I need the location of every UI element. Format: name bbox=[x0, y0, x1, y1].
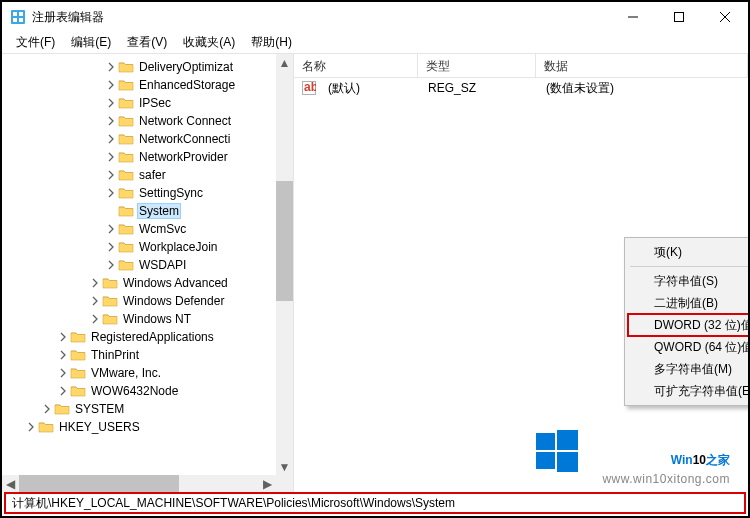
tree-item-label: RegisteredApplications bbox=[89, 330, 216, 344]
svg-rect-13 bbox=[536, 452, 555, 469]
tree-item[interactable]: VMware, Inc. bbox=[2, 364, 293, 382]
tree-item[interactable]: EnhancedStorage bbox=[2, 76, 293, 94]
expand-icon[interactable] bbox=[104, 186, 118, 200]
windows-logo-icon bbox=[536, 430, 578, 472]
tree-item-label: Windows Advanced bbox=[121, 276, 230, 290]
tree-item-label: Network Connect bbox=[137, 114, 233, 128]
column-data[interactable]: 数据 bbox=[536, 54, 748, 77]
tree-pane: DeliveryOptimizatEnhancedStorageIPSecNet… bbox=[2, 54, 294, 492]
tree-item[interactable]: WorkplaceJoin bbox=[2, 238, 293, 256]
scroll-right-button[interactable]: ▶ bbox=[259, 475, 276, 492]
string-value-icon: ab bbox=[302, 81, 316, 95]
tree-item[interactable]: WOW6432Node bbox=[2, 382, 293, 400]
tree-item-label: SettingSync bbox=[137, 186, 205, 200]
expand-icon[interactable] bbox=[104, 96, 118, 110]
cell-data: (数值未设置) bbox=[538, 80, 622, 97]
titlebar: 注册表编辑器 bbox=[2, 2, 748, 32]
ctx-new-key[interactable]: 项(K) bbox=[628, 241, 750, 263]
menu-file[interactable]: 文件(F) bbox=[8, 32, 63, 53]
ctx-new-expandstring[interactable]: 可扩充字符串值(E) bbox=[628, 380, 750, 402]
scroll-left-button[interactable]: ◀ bbox=[2, 475, 19, 492]
tree-item-label: WSDAPI bbox=[137, 258, 188, 272]
tree-item-label: HKEY_USERS bbox=[57, 420, 142, 434]
tree-item[interactable]: NetworkProvider bbox=[2, 148, 293, 166]
expand-icon[interactable] bbox=[104, 240, 118, 254]
list-header: 名称 类型 数据 bbox=[294, 54, 748, 78]
registry-tree[interactable]: DeliveryOptimizatEnhancedStorageIPSecNet… bbox=[2, 54, 293, 436]
tree-item-label: VMware, Inc. bbox=[89, 366, 163, 380]
tree-item-label: SYSTEM bbox=[73, 402, 126, 416]
ctx-separator bbox=[630, 266, 750, 267]
column-name[interactable]: 名称 bbox=[294, 54, 418, 77]
menu-view[interactable]: 查看(V) bbox=[119, 32, 175, 53]
tree-item[interactable]: NetworkConnecti bbox=[2, 130, 293, 148]
maximize-button[interactable] bbox=[656, 2, 702, 32]
svg-rect-4 bbox=[19, 18, 23, 22]
expand-icon[interactable] bbox=[56, 384, 70, 398]
tree-item[interactable]: System bbox=[2, 202, 293, 220]
tree-item[interactable]: SYSTEM bbox=[2, 400, 293, 418]
tree-item[interactable]: HKEY_USERS bbox=[2, 418, 293, 436]
tree-item-label: WorkplaceJoin bbox=[137, 240, 219, 254]
tree-item[interactable]: Windows Defender bbox=[2, 292, 293, 310]
tree-item-label: DeliveryOptimizat bbox=[137, 60, 235, 74]
context-submenu-new: 项(K) 字符串值(S) 二进制值(B) DWORD (32 位)值(D) QW… bbox=[624, 237, 750, 406]
scroll-thumb[interactable] bbox=[276, 181, 293, 301]
ctx-new-multistring[interactable]: 多字符串值(M) bbox=[628, 358, 750, 380]
tree-item[interactable]: Network Connect bbox=[2, 112, 293, 130]
expand-icon[interactable] bbox=[40, 402, 54, 416]
tree-item-label: WOW6432Node bbox=[89, 384, 180, 398]
scroll-up-button[interactable]: ▲ bbox=[276, 54, 293, 71]
svg-rect-14 bbox=[557, 452, 578, 472]
scroll-down-button[interactable]: ▼ bbox=[276, 458, 293, 475]
column-type[interactable]: 类型 bbox=[418, 54, 536, 77]
expand-icon[interactable] bbox=[104, 258, 118, 272]
expand-icon[interactable] bbox=[56, 348, 70, 362]
scroll-track[interactable] bbox=[19, 475, 259, 492]
expand-icon[interactable] bbox=[56, 330, 70, 344]
svg-rect-12 bbox=[557, 430, 578, 450]
expand-icon[interactable] bbox=[56, 366, 70, 380]
menu-favorites[interactable]: 收藏夹(A) bbox=[175, 32, 243, 53]
tree-item[interactable]: Windows NT bbox=[2, 310, 293, 328]
expand-icon[interactable] bbox=[104, 132, 118, 146]
tree-item[interactable]: safer bbox=[2, 166, 293, 184]
scroll-thumb[interactable] bbox=[19, 475, 179, 492]
tree-item[interactable]: RegisteredApplications bbox=[2, 328, 293, 346]
ctx-new-string[interactable]: 字符串值(S) bbox=[628, 270, 750, 292]
expand-icon[interactable] bbox=[104, 150, 118, 164]
ctx-new-qword[interactable]: QWORD (64 位)值(Q) bbox=[628, 336, 750, 358]
expand-icon[interactable] bbox=[104, 168, 118, 182]
scroll-corner bbox=[276, 475, 293, 492]
tree-item[interactable]: DeliveryOptimizat bbox=[2, 58, 293, 76]
expand-icon[interactable] bbox=[88, 312, 102, 326]
tree-item-label: IPSec bbox=[137, 96, 173, 110]
menu-edit[interactable]: 编辑(E) bbox=[63, 32, 119, 53]
scroll-track[interactable] bbox=[276, 71, 293, 458]
expand-icon[interactable] bbox=[104, 60, 118, 74]
tree-horizontal-scrollbar[interactable]: ◀ ▶ bbox=[2, 475, 276, 492]
tree-vertical-scrollbar[interactable]: ▲ ▼ bbox=[276, 54, 293, 475]
close-button[interactable] bbox=[702, 2, 748, 32]
expand-icon[interactable] bbox=[24, 420, 38, 434]
ctx-new-binary[interactable]: 二进制值(B) bbox=[628, 292, 750, 314]
tree-item[interactable]: SettingSync bbox=[2, 184, 293, 202]
list-row[interactable]: ab (默认) REG_SZ (数值未设置) bbox=[294, 78, 748, 98]
status-bar: 计算机\HKEY_LOCAL_MACHINE\SOFTWARE\Policies… bbox=[4, 492, 746, 514]
tree-item[interactable]: WcmSvc bbox=[2, 220, 293, 238]
expand-icon[interactable] bbox=[104, 114, 118, 128]
tree-item-label: ThinPrint bbox=[89, 348, 141, 362]
expand-icon[interactable] bbox=[104, 222, 118, 236]
expand-icon[interactable] bbox=[88, 294, 102, 308]
tree-item[interactable]: IPSec bbox=[2, 94, 293, 112]
minimize-button[interactable] bbox=[610, 2, 656, 32]
svg-rect-2 bbox=[19, 12, 23, 16]
tree-item[interactable]: ThinPrint bbox=[2, 346, 293, 364]
list-pane: 名称 类型 数据 ab (默认) REG_SZ (数值未设置) 项(K) 字符串… bbox=[294, 54, 748, 492]
tree-item[interactable]: WSDAPI bbox=[2, 256, 293, 274]
expand-icon[interactable] bbox=[88, 276, 102, 290]
menu-help[interactable]: 帮助(H) bbox=[243, 32, 300, 53]
ctx-new-dword[interactable]: DWORD (32 位)值(D) bbox=[628, 314, 750, 336]
expand-icon[interactable] bbox=[104, 78, 118, 92]
tree-item[interactable]: Windows Advanced bbox=[2, 274, 293, 292]
